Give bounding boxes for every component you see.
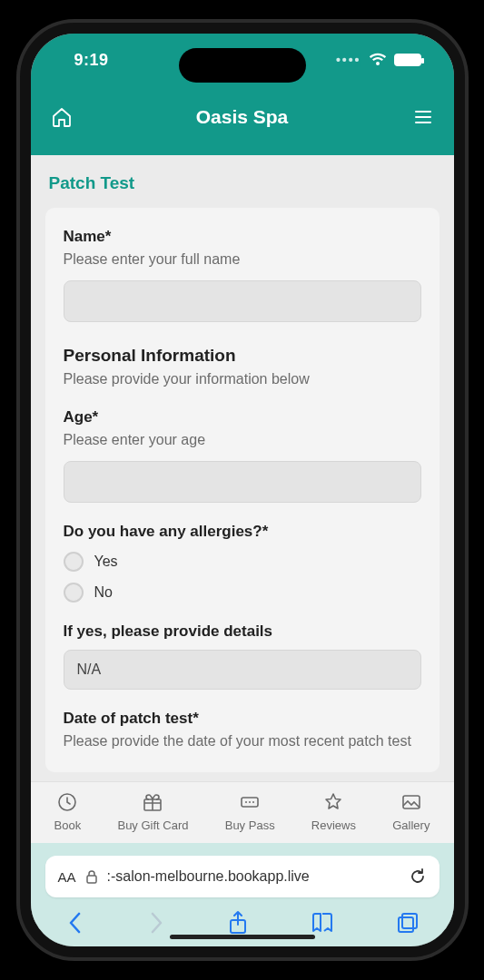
name-help: Please enter your full name <box>64 250 421 270</box>
tab-label: Buy Pass <box>225 818 275 832</box>
svg-rect-10 <box>399 917 413 932</box>
home-icon[interactable] <box>51 106 73 128</box>
field-patch-date: Date of patch test* Please provide the d… <box>64 710 421 751</box>
phone-frame: 9:19 •••• Oasis Spa Patch Test Name* Ple… <box>20 23 465 957</box>
reload-icon[interactable] <box>409 867 427 886</box>
allergies-option-yes[interactable]: Yes <box>64 552 421 572</box>
field-name: Name* Please enter your full name <box>64 228 421 322</box>
app-title: Oasis Spa <box>196 106 289 128</box>
ticket-icon <box>239 791 261 813</box>
share-icon[interactable] <box>227 910 249 936</box>
tab-label: Book <box>54 818 82 832</box>
name-label: Name* <box>64 228 421 246</box>
clock-icon <box>56 791 78 813</box>
home-indicator[interactable] <box>170 935 315 939</box>
tab-gift-card[interactable]: Buy Gift Card <box>117 791 188 832</box>
patch-date-label: Date of patch test* <box>64 710 421 728</box>
name-input[interactable] <box>64 280 421 322</box>
lock-icon <box>85 869 98 884</box>
svg-point-3 <box>245 801 247 803</box>
image-icon <box>400 791 422 813</box>
allergies-option-no[interactable]: No <box>64 583 421 603</box>
tab-label: Buy Gift Card <box>117 818 188 832</box>
section-title: Personal Information <box>64 346 421 366</box>
page-title: Patch Test <box>49 173 440 193</box>
back-icon[interactable] <box>65 910 85 936</box>
bottom-tab-bar: Book Buy Gift Card Buy Pass Reviews Gall… <box>31 781 454 843</box>
bookmarks-icon[interactable] <box>310 911 335 935</box>
svg-rect-9 <box>402 914 417 928</box>
star-icon <box>322 791 344 813</box>
svg-point-5 <box>252 801 254 803</box>
battery-icon <box>394 54 421 66</box>
age-input[interactable] <box>64 461 421 503</box>
form-card: Name* Please enter your full name Person… <box>45 208 440 772</box>
status-time: 9:19 <box>74 51 109 70</box>
tab-label: Reviews <box>311 818 356 832</box>
tab-label: Gallery <box>392 818 430 832</box>
field-allergies: Do you have any allergies?* Yes No <box>64 523 421 603</box>
dynamic-island <box>179 48 306 83</box>
tab-buy-pass[interactable]: Buy Pass <box>225 791 275 832</box>
wifi-icon <box>369 53 387 67</box>
url-text: :-salon-melbourne.bookapp.live <box>107 868 400 885</box>
form-scroll-area[interactable]: Patch Test Name* Please enter your full … <box>31 155 454 781</box>
age-label: Age* <box>64 408 421 426</box>
forward-icon[interactable] <box>146 910 166 936</box>
hamburger-menu-icon[interactable] <box>412 106 434 128</box>
tabs-icon[interactable] <box>396 911 420 935</box>
allergy-details-input[interactable]: N/A <box>64 650 421 690</box>
url-bar[interactable]: AA :-salon-melbourne.bookapp.live <box>45 856 440 897</box>
tab-reviews[interactable]: Reviews <box>311 791 356 832</box>
section-help: Please provide your information below <box>64 369 421 389</box>
radio-icon <box>64 552 84 572</box>
age-help: Please enter your age <box>64 430 421 450</box>
svg-rect-6 <box>403 796 420 808</box>
text-size-icon[interactable]: AA <box>58 869 76 885</box>
field-age: Age* Please enter your age <box>64 408 421 503</box>
gift-icon <box>142 791 163 813</box>
status-indicators: •••• <box>336 53 421 67</box>
field-allergy-details: If yes, please provide details N/A <box>64 622 421 690</box>
radio-icon <box>64 583 84 603</box>
patch-date-help: Please provide the date of your most rec… <box>64 731 421 751</box>
svg-rect-7 <box>87 876 96 883</box>
allergies-label: Do you have any allergies?* <box>64 523 421 541</box>
svg-point-4 <box>249 801 251 803</box>
app-header: Oasis Spa <box>31 86 454 155</box>
radio-label-no: No <box>94 584 113 601</box>
tab-gallery[interactable]: Gallery <box>392 791 430 832</box>
safari-chrome: AA :-salon-melbourne.bookapp.live <box>31 843 454 946</box>
safari-toolbar <box>45 897 440 939</box>
tab-book[interactable]: Book <box>54 791 82 832</box>
radio-label-yes: Yes <box>94 554 118 570</box>
cellular-dots-icon: •••• <box>336 53 361 67</box>
allergy-details-label: If yes, please provide details <box>64 622 421 641</box>
